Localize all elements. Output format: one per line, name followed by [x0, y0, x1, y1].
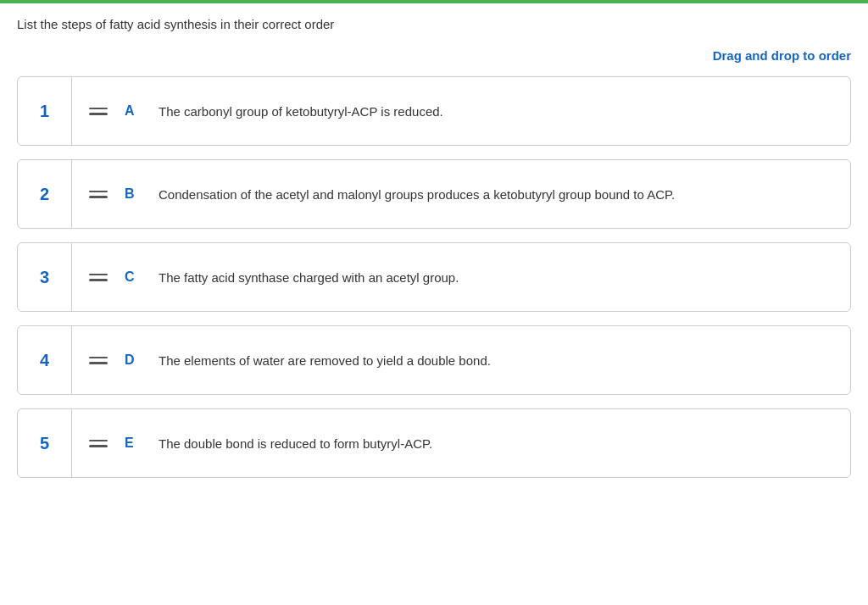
drag-line: [89, 362, 108, 364]
drag-line: [89, 196, 108, 198]
item-content: B Condensation of the acetyl and malonyl…: [72, 172, 850, 217]
item-number: 4: [18, 326, 72, 394]
drag-line: [89, 445, 108, 447]
item-number: 5: [18, 409, 72, 477]
item-letter: E: [125, 436, 142, 451]
list-item[interactable]: 2 B Condensation of the acetyl and malon…: [17, 159, 851, 229]
item-letter: C: [125, 269, 142, 285]
item-number: 2: [18, 160, 72, 228]
list-item[interactable]: 5 E The double bond is reduced to form b…: [17, 408, 851, 478]
item-letter: B: [125, 186, 142, 202]
item-text: The fatty acid synthase charged with an …: [159, 269, 459, 286]
drag-line: [89, 274, 108, 276]
list-item[interactable]: 3 C The fatty acid synthase charged with…: [17, 242, 851, 312]
item-text: The elements of water are removed to yie…: [159, 352, 491, 369]
item-content: E The double bond is reduced to form but…: [72, 421, 850, 466]
drag-handle-icon[interactable]: [89, 440, 108, 447]
drag-line: [89, 440, 108, 442]
drag-line: [89, 108, 108, 110]
item-number: 3: [18, 243, 72, 311]
item-content: D The elements of water are removed to y…: [72, 338, 850, 383]
item-number: 1: [18, 77, 72, 145]
instruction-text: List the steps of fatty acid synthesis i…: [17, 17, 851, 31]
list-item[interactable]: 4 D The elements of water are removed to…: [17, 325, 851, 395]
item-text: The carbonyl group of ketobutyryl-ACP is…: [159, 103, 443, 120]
drag-drop-label: Drag and drop to order: [17, 48, 851, 63]
page-container: List the steps of fatty acid synthesis i…: [0, 3, 868, 495]
drag-line: [89, 113, 108, 115]
item-text: The double bond is reduced to form butyr…: [159, 435, 432, 452]
item-letter: D: [125, 352, 142, 368]
item-content: C The fatty acid synthase charged with a…: [72, 255, 850, 300]
drag-handle-icon[interactable]: [89, 357, 108, 364]
list-item[interactable]: 1 A The carbonyl group of ketobutyryl-AC…: [17, 76, 851, 146]
drag-line: [89, 279, 108, 281]
drag-line: [89, 191, 108, 193]
drag-handle-icon[interactable]: [89, 191, 108, 198]
drag-line: [89, 357, 108, 359]
drag-handle-icon[interactable]: [89, 274, 108, 281]
items-list: 1 A The carbonyl group of ketobutyryl-AC…: [17, 76, 851, 478]
drag-handle-icon[interactable]: [89, 108, 108, 115]
item-text: Condensation of the acetyl and malonyl g…: [159, 186, 675, 203]
item-content: A The carbonyl group of ketobutyryl-ACP …: [72, 89, 850, 134]
item-letter: A: [125, 103, 142, 119]
